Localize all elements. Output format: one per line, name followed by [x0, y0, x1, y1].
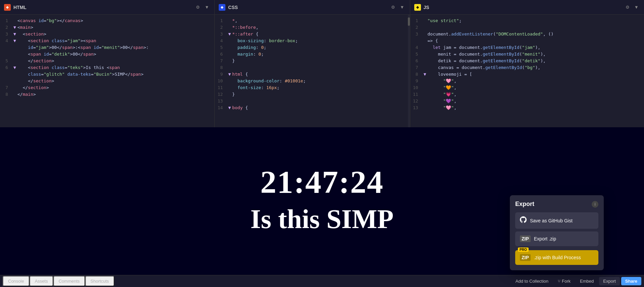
js-panel-controls: ⚙ ▼ — [624, 3, 640, 11]
editor-area: ◆ HTML ⚙ ▼ 1 <canvas id="bg"></canvas> 2… — [0, 0, 644, 127]
github-icon — [520, 216, 527, 225]
code-line: 7 canvas = document.getElementById("bg")… — [410, 64, 644, 71]
tab-shortcuts[interactable]: Shortcuts — [85, 276, 114, 286]
html-lang-label: HTML — [13, 5, 26, 10]
tab-comments[interactable]: Comments — [53, 276, 85, 286]
code-line: 8 </main> — [0, 91, 214, 98]
code-line: 6 margin: 0; — [215, 51, 410, 58]
tab-assets[interactable]: Assets — [30, 276, 53, 286]
code-line: 6 detik = document.getElementById("detik… — [410, 58, 644, 64]
export-panel-title: Export — [515, 201, 534, 208]
js-editor-content[interactable]: 1 "use strict"; 2 3 document.addEventLis… — [410, 15, 644, 127]
fork-label: Fork — [562, 279, 571, 284]
html-settings-btn[interactable]: ⚙ — [195, 3, 201, 11]
code-line: 10 background-color: #01001e; — [215, 78, 410, 84]
export-zip-btn[interactable]: ZIP Export .zip — [515, 231, 598, 246]
code-line: class="glitch" data-teks="Bucin">SIMP</s… — [0, 71, 214, 78]
code-line: 13 "🩷", — [410, 104, 644, 111]
code-line: </section> — [0, 78, 214, 84]
github-gist-btn[interactable]: Save as GitHub Gist — [515, 212, 598, 229]
code-line: id="jam">00</span>:<span id="menit">00</… — [0, 44, 214, 51]
preview-time: 21:47:24 — [260, 163, 384, 201]
code-line: 2 ▼ <main> — [0, 24, 214, 31]
code-line: 5 padding: 0; — [215, 44, 410, 51]
html-editor-content[interactable]: 1 <canvas id="bg"></canvas> 2 ▼ <main> 3… — [0, 15, 214, 127]
js-lang-label: JS — [424, 5, 429, 10]
css-panel-header: ◆ CSS ⚙ ▼ — [215, 0, 410, 15]
css-scrollbar-thumb — [408, 17, 410, 26]
js-collapse-btn[interactable]: ▼ — [633, 3, 640, 11]
js-panel-title: ◆ JS — [414, 4, 429, 11]
code-line: 9 "🩷", — [410, 78, 644, 84]
css-panel-title: ◆ CSS — [219, 4, 238, 11]
code-line: 1 <canvas id="bg"></canvas> — [0, 17, 214, 24]
bottom-bar: Console Assets Comments Shortcuts Add to… — [0, 275, 644, 287]
js-settings-btn[interactable]: ⚙ — [624, 3, 631, 11]
css-lang-label: CSS — [228, 5, 238, 10]
export-zip-label: Export .zip — [534, 236, 556, 241]
tab-console[interactable]: Console — [3, 276, 30, 286]
js-panel-header: ◆ JS ⚙ ▼ — [410, 0, 644, 15]
code-line: 2 *::before, — [215, 24, 410, 31]
code-line: 14 ▼ body { — [215, 104, 410, 111]
preview-area: 21:47:24 Is this SIMP Export i Save as G… — [0, 127, 644, 287]
code-line: 1 "use strict"; — [410, 17, 644, 24]
code-line: 7 </section> — [0, 84, 214, 91]
export-panel-header: Export i — [515, 201, 598, 208]
code-line: <span id="detik">00</span> — [0, 51, 214, 58]
css-panel: ◆ CSS ⚙ ▼ 1 *, 2 *::before, — [215, 0, 410, 127]
html-panel-header: ◆ HTML ⚙ ▼ — [0, 0, 214, 15]
fork-icon: ⑂ — [558, 279, 560, 284]
code-line: 4 let jam = document.getElementById("jam… — [410, 44, 644, 51]
code-line: 8 — [215, 64, 410, 71]
fork-btn[interactable]: ⑂ Fork — [554, 277, 575, 285]
js-panel: ◆ JS ⚙ ▼ 1 "use strict"; 2 — [410, 0, 644, 127]
css-editor-content[interactable]: 1 *, 2 *::before, 3 ▼ *::after { 4 — [215, 15, 410, 127]
code-line: 3 ▼ *::after { — [215, 31, 410, 38]
html-panel-controls: ⚙ ▼ — [195, 3, 210, 11]
code-line: 5 menit = document.getElementById("menit… — [410, 51, 644, 58]
code-line: 10 "🧡", — [410, 84, 644, 91]
css-panel-controls: ⚙ ▼ — [390, 3, 406, 11]
code-line: 12 } — [215, 91, 410, 98]
code-line: 13 — [215, 98, 410, 104]
code-line: 3 document.addEventListener("DOMContentL… — [410, 31, 644, 38]
html-collapse-btn[interactable]: ▼ — [203, 3, 210, 11]
code-line: 3 ▼ <section> — [0, 31, 214, 38]
add-to-collection-btn[interactable]: Add to Collection — [512, 277, 552, 285]
code-line: 12 "💜", — [410, 98, 644, 104]
js-lang-icon: ◆ — [414, 4, 421, 11]
html-panel-title: ◆ HTML — [4, 4, 26, 11]
code-line: 9 ▼ html { — [215, 71, 410, 78]
code-line: 11 "💗", — [410, 91, 644, 98]
export-info-btn[interactable]: i — [592, 201, 598, 208]
code-line: 4 box-sizing: border-box; — [215, 38, 410, 44]
code-line: 1 *, — [215, 17, 410, 24]
app-container: ◆ HTML ⚙ ▼ 1 <canvas id="bg"></canvas> 2… — [0, 0, 644, 287]
zip-build-btn[interactable]: PRO ZIP .zip with Build Process — [515, 250, 598, 265]
code-line: => { — [410, 38, 644, 44]
html-lang-icon: ◆ — [4, 4, 11, 11]
css-settings-btn[interactable]: ⚙ — [390, 3, 396, 11]
code-line: 5 </section> — [0, 58, 214, 64]
zip-build-label: .zip with Build Process — [534, 255, 581, 260]
css-collapse-btn[interactable]: ▼ — [398, 3, 406, 11]
code-line: 4 ▼ <section class="jam"><span — [0, 38, 214, 44]
css-lang-icon: ◆ — [219, 4, 225, 11]
html-panel: ◆ HTML ⚙ ▼ 1 <canvas id="bg"></canvas> 2… — [0, 0, 215, 127]
embed-btn[interactable]: Embed — [576, 277, 598, 285]
pro-badge: PRO — [518, 247, 529, 252]
bottom-right-actions: Add to Collection ⑂ Fork Embed Export Sh… — [512, 277, 641, 285]
code-line: 11 font-size: 16px; — [215, 84, 410, 91]
preview-text: Is this SIMP — [251, 204, 394, 234]
export-btn-bottom[interactable]: Export — [599, 277, 620, 285]
export-panel: Export i Save as GitHub Gist ZIP Export … — [510, 195, 604, 270]
code-line: 7 } — [215, 58, 410, 64]
zip-build-icon: ZIP — [520, 254, 531, 261]
code-line: 2 — [410, 24, 644, 31]
css-scrollbar — [408, 15, 410, 127]
zip-icon: ZIP — [520, 235, 531, 242]
share-btn[interactable]: Share — [621, 277, 641, 285]
code-line: 6 ▼ <section class="teks">Is this <span — [0, 64, 214, 71]
code-line: 8 ▼ loveemoji = [ — [410, 71, 644, 78]
